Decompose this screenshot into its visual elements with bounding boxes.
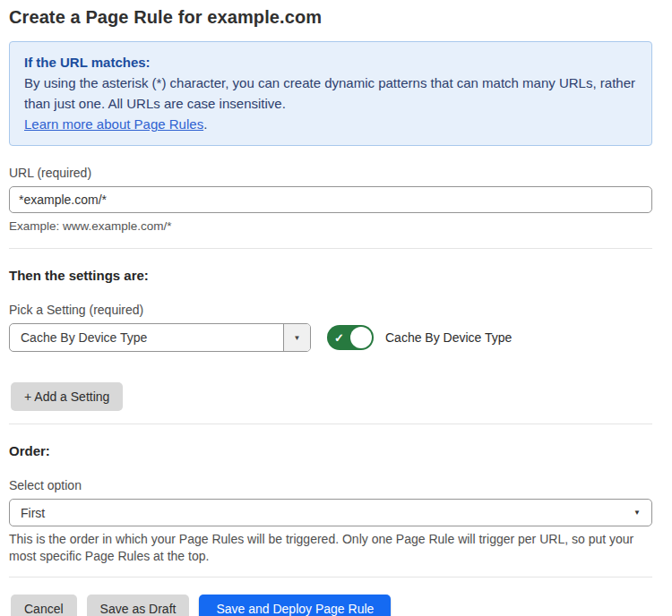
- setting-dropdown-value: Cache By Device Type: [10, 324, 283, 351]
- order-select[interactable]: First ▼: [9, 499, 652, 526]
- url-input[interactable]: [9, 186, 652, 213]
- chevron-down-icon: ▼: [294, 334, 301, 342]
- cancel-button[interactable]: Cancel: [11, 595, 77, 616]
- create-page-rule-form: Create a Page Rule for example.com If th…: [0, 0, 672, 616]
- setting-picker-label: Pick a Setting (required): [9, 303, 652, 317]
- order-select-value: First: [21, 506, 633, 520]
- learn-more-link[interactable]: Learn more about Page Rules: [24, 116, 203, 132]
- chevron-down-icon: ▼: [633, 509, 641, 517]
- toggle-label: Cache By Device Type: [385, 330, 512, 345]
- add-setting-button[interactable]: + Add a Setting: [11, 382, 123, 411]
- save-as-draft-button[interactable]: Save as Draft: [87, 595, 190, 616]
- order-select-label: Select option: [9, 478, 652, 492]
- divider: [9, 424, 652, 424]
- footer-actions: Cancel Save as Draft Save and Deploy Pag…: [11, 595, 652, 616]
- setting-dropdown-arrow-button[interactable]: ▼: [283, 324, 310, 351]
- url-match-info-box: If the URL matches: By using the asteris…: [9, 41, 652, 146]
- info-box-body: By using the asterisk (*) character, you…: [24, 73, 637, 114]
- url-field-label: URL (required): [9, 166, 652, 180]
- order-help-text: This is the order in which your Page Rul…: [9, 531, 652, 565]
- info-box-heading: If the URL matches:: [24, 52, 637, 73]
- check-icon: ✓: [334, 331, 344, 345]
- save-and-deploy-button[interactable]: Save and Deploy Page Rule: [199, 595, 391, 616]
- url-field-hint: Example: www.example.com/*: [9, 219, 652, 233]
- link-period: .: [203, 116, 207, 132]
- divider: [9, 577, 652, 578]
- order-section-heading: Order:: [9, 443, 652, 458]
- setting-dropdown[interactable]: Cache By Device Type ▼: [9, 323, 311, 352]
- setting-row: Cache By Device Type ▼ ✓ Cache By Device…: [9, 323, 652, 352]
- settings-section-heading: Then the settings are:: [9, 268, 652, 283]
- toggle-knob: [350, 327, 372, 348]
- cache-by-device-type-toggle[interactable]: ✓: [327, 325, 374, 350]
- info-box-link-line: Learn more about Page Rules.: [24, 114, 637, 134]
- divider: [9, 248, 652, 249]
- page-title: Create a Page Rule for example.com: [9, 7, 652, 28]
